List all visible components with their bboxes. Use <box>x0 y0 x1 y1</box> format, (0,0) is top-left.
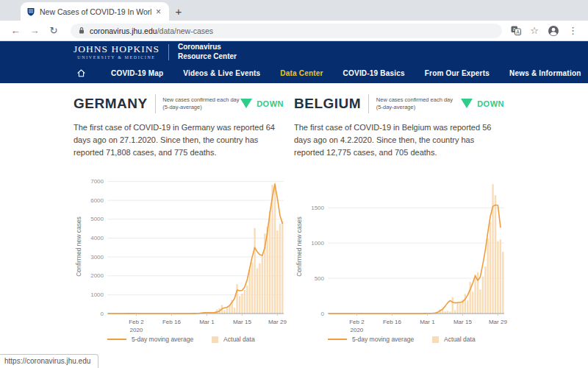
svg-text:Mar 15: Mar 15 <box>453 319 472 325</box>
svg-text:1000: 1000 <box>311 240 324 247</box>
trend-indicator: DOWN <box>461 99 507 109</box>
nav-item-covid19-map[interactable]: COVID-19 Map <box>111 69 163 77</box>
browser-tab[interactable]: New Cases of COVID-19 In Worl × <box>21 2 169 21</box>
germany-chart-container: 01000200030004000500060007000Feb 22020Fe… <box>74 172 287 343</box>
brand-name: JOHNS HOPKINS <box>74 44 159 54</box>
profile-avatar-icon[interactable] <box>548 25 559 37</box>
country-summary: The first case of COVID-19 in Belgium wa… <box>294 121 505 159</box>
nav-item-videos-live-events[interactable]: Videos & Live Events <box>183 69 260 77</box>
jhu-shield-favicon-icon <box>26 7 35 16</box>
svg-text:Mar 15: Mar 15 <box>233 319 251 325</box>
svg-text:Feb 2: Feb 2 <box>349 319 365 325</box>
country-title: BELGIUM <box>294 96 361 112</box>
svg-text:Mar 29: Mar 29 <box>268 319 287 325</box>
svg-text:Mar 29: Mar 29 <box>489 319 507 325</box>
moving-average-swatch <box>328 339 347 340</box>
svg-text:6000: 6000 <box>90 197 104 204</box>
germany-new-cases-chart: 01000200030004000500060007000Feb 22020Fe… <box>74 172 287 333</box>
back-button[interactable]: ← <box>7 25 24 36</box>
site-title-line1: Coronavirus <box>178 43 237 52</box>
svg-text:7000: 7000 <box>90 178 104 185</box>
country-title: GERMANY <box>74 96 148 112</box>
tab-close-icon[interactable]: × <box>156 7 161 17</box>
belgium-new-cases-chart: 050010001500Feb 22020Feb 16Mar 1Mar 15Ma… <box>294 172 507 333</box>
svg-text:Feb 16: Feb 16 <box>162 319 181 325</box>
chart-legend: 5-day moving average Actual data <box>74 336 287 343</box>
germany-section: GERMANY New cases confirmed each day (5-… <box>74 94 287 343</box>
translate-icon[interactable]: a A <box>511 26 521 35</box>
forward-button[interactable]: → <box>26 25 43 36</box>
moving-average-label: 5-day moving average <box>132 336 193 343</box>
nav-item-news-information[interactable]: News & Information <box>509 69 581 77</box>
svg-text:Mar 1: Mar 1 <box>420 319 435 325</box>
bookmark-star-icon[interactable]: ☆ <box>530 25 539 36</box>
germany-card-header: GERMANY New cases confirmed each day (5-… <box>74 94 287 113</box>
svg-text:3000: 3000 <box>90 254 104 261</box>
browser-chrome: New Cases of COVID-19 In Worl × + ← → ↻ … <box>0 0 588 41</box>
lock-icon <box>78 26 85 35</box>
site-header: JOHNS HOPKINS UNIVERSITY & MEDICINE Coro… <box>0 41 588 63</box>
actual-data-swatch <box>212 336 218 343</box>
trend-indicator: DOWN <box>240 99 287 109</box>
reload-button[interactable]: ↻ <box>46 25 62 36</box>
data-center-content: GERMANY New cases confirmed each day (5-… <box>0 83 588 343</box>
brand-subtitle: UNIVERSITY & MEDICINE <box>74 55 159 60</box>
actual-data-label: Actual data <box>444 336 476 343</box>
moving-average-swatch <box>107 339 126 340</box>
site-title: Coronavirus Resource Center <box>178 43 237 61</box>
svg-text:2020: 2020 <box>130 327 143 333</box>
nav-item-data-center[interactable]: Data Center <box>280 69 323 77</box>
address-bar[interactable]: coronavirus.jhu.edu/data/new-cases <box>71 24 502 38</box>
svg-text:2020: 2020 <box>351 327 364 333</box>
site-nav: COVID-19 Map Videos & Live Events Data C… <box>0 63 588 83</box>
new-tab-button[interactable]: + <box>169 2 188 21</box>
home-icon[interactable] <box>76 68 95 78</box>
trend-down-arrow-icon <box>240 99 252 109</box>
nav-item-from-our-experts[interactable]: From Our Experts <box>425 69 490 77</box>
svg-text:0: 0 <box>101 311 104 317</box>
url-text: coronavirus.jhu.edu/data/new-cases <box>90 26 213 35</box>
svg-text:Confirmed new cases: Confirmed new cases <box>75 216 82 277</box>
trend-label: DOWN <box>257 99 284 108</box>
chart-legend: 5-day moving average Actual data <box>294 336 507 343</box>
belgium-section: BELGIUM New cases confirmed each day (5-… <box>294 94 507 343</box>
svg-text:Mar 1: Mar 1 <box>199 319 215 325</box>
svg-text:Confirmed new cases: Confirmed new cases <box>295 216 303 277</box>
tab-title: New Cases of COVID-19 In Worl <box>40 7 151 16</box>
header-divider <box>168 44 169 60</box>
toolbar-actions: a A ☆ ⋮ <box>511 25 581 37</box>
moving-average-label: 5-day moving average <box>352 336 414 343</box>
svg-text:1500: 1500 <box>311 205 324 211</box>
svg-text:4000: 4000 <box>90 235 104 241</box>
jhu-brand[interactable]: JOHNS HOPKINS UNIVERSITY & MEDICINE <box>74 44 159 60</box>
actual-data-swatch <box>432 336 439 343</box>
tab-strip: New Cases of COVID-19 In Worl × + <box>0 0 588 21</box>
svg-text:Feb 16: Feb 16 <box>383 319 401 325</box>
chart-subtitle: New cases confirmed each day (5-day-aver… <box>376 96 461 111</box>
svg-text:2000: 2000 <box>90 272 104 279</box>
belgium-card-header: BELGIUM New cases confirmed each day (5-… <box>294 94 507 113</box>
browser-toolbar: ← → ↻ coronavirus.jhu.edu/data/new-cases… <box>0 21 588 41</box>
svg-text:1000: 1000 <box>90 291 104 298</box>
svg-text:A: A <box>517 29 520 35</box>
chrome-menu-icon[interactable]: ⋮ <box>568 25 578 36</box>
url-path: /data/new-cases <box>157 26 213 35</box>
site-title-line2: Resource Center <box>178 52 237 62</box>
trend-down-arrow-icon <box>461 99 473 109</box>
status-bar: https://coronavirus.jhu.edu <box>0 354 98 368</box>
belgium-chart-container: 050010001500Feb 22020Feb 16Mar 1Mar 15Ma… <box>294 172 507 343</box>
svg-text:Feb 2: Feb 2 <box>129 319 144 325</box>
url-domain: coronavirus.jhu.edu <box>90 26 157 35</box>
country-summary: The first case of COVID-19 in Germany wa… <box>74 121 284 159</box>
svg-text:0: 0 <box>321 311 325 317</box>
title-divider <box>368 94 369 113</box>
svg-text:500: 500 <box>315 275 325 282</box>
trend-label: DOWN <box>477 99 504 108</box>
svg-text:5000: 5000 <box>90 216 104 222</box>
chart-subtitle: New cases confirmed each day (5-day-aver… <box>162 96 240 111</box>
actual-data-label: Actual data <box>223 336 255 343</box>
nav-item-covid19-basics[interactable]: COVID-19 Basics <box>343 69 405 77</box>
title-divider <box>155 94 156 113</box>
